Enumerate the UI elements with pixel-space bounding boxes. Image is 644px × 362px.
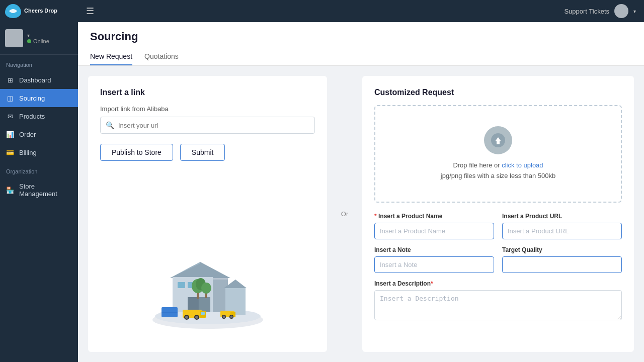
upload-click-link[interactable]: click to upload xyxy=(502,161,543,169)
svg-rect-11 xyxy=(225,287,246,315)
publish-to-store-button[interactable]: Publish to Store xyxy=(100,144,173,161)
logo-icon xyxy=(5,4,21,18)
sidebar: Cheers Drop ▾ Online Navigation ⊞ Dashbo… xyxy=(0,0,78,362)
left-panel: Insert a link Import link from Alibaba 🔍… xyxy=(88,76,327,352)
svg-rect-9 xyxy=(178,282,185,288)
main-area: ☰ Support Tickets ▾ Sourcing New Request… xyxy=(78,0,644,362)
note-input[interactable] xyxy=(374,256,494,273)
card-icon: 💳 xyxy=(6,148,14,156)
sidebar-item-label: Order xyxy=(19,131,36,138)
avatar xyxy=(5,29,23,47)
or-divider: Or xyxy=(337,76,352,352)
chevron-down-icon: ▾ xyxy=(27,33,49,38)
search-icon: 🔍 xyxy=(106,121,114,129)
note-label: Insert a Note xyxy=(374,246,494,253)
right-panel: Customized Request Drop file here or cli… xyxy=(362,76,634,352)
sidebar-item-products[interactable]: ✉ Products xyxy=(0,107,78,125)
sidebar-item-label: Sourcing xyxy=(19,95,45,102)
upload-text: Drop file here or click to upload jpg/pn… xyxy=(441,160,555,182)
page-header: Sourcing New Request Quotations xyxy=(78,22,644,66)
product-url-input[interactable] xyxy=(502,223,622,239)
top-bar-right: Support Tickets ▾ xyxy=(564,4,636,18)
quality-input[interactable]: High Quality xyxy=(502,256,622,273)
chart-icon: 📊 xyxy=(6,130,14,138)
sidebar-item-store-management[interactable]: 🏪 Store Management xyxy=(0,177,78,203)
svg-point-21 xyxy=(185,316,188,319)
product-url-group: Insert a Product URL xyxy=(502,213,622,239)
top-bar: ☰ Support Tickets ▾ xyxy=(78,0,644,22)
sidebar-item-billing[interactable]: 💳 Billing xyxy=(0,143,78,161)
grid-icon: ⊞ xyxy=(6,76,14,84)
nav-section-label: Navigation xyxy=(0,55,78,71)
top-bar-avatar[interactable] xyxy=(614,4,628,18)
upload-label-2: jpg/png files with a size less than 500k… xyxy=(441,172,555,179)
import-label: Import link from Alibaba xyxy=(100,105,315,113)
svg-point-30 xyxy=(222,316,225,318)
sidebar-item-label: Billing xyxy=(19,149,37,156)
svg-point-32 xyxy=(230,316,232,318)
product-name-group: * Insert a Product Name xyxy=(374,213,494,239)
store-icon: 🏪 xyxy=(6,186,14,194)
top-bar-chevron-icon[interactable]: ▾ xyxy=(633,9,636,14)
sidebar-item-dashboard[interactable]: ⊞ Dashboard xyxy=(0,71,78,89)
sidebar-item-label: Dashboard xyxy=(19,76,51,84)
description-required-star: * xyxy=(431,280,433,287)
support-tickets-link[interactable]: Support Tickets xyxy=(564,8,609,15)
tab-quotations[interactable]: Quotations xyxy=(144,48,179,65)
svg-marker-3 xyxy=(170,262,230,278)
form-row-2: Insert a Note Target Quality High Qualit… xyxy=(374,246,622,273)
button-row: Publish to Store Submit xyxy=(100,144,315,161)
url-input[interactable] xyxy=(118,122,309,129)
user-status: Online xyxy=(27,38,49,44)
description-label: Insert a Description* xyxy=(374,280,622,287)
form-row-1: * Insert a Product Name Insert a Product… xyxy=(374,213,622,239)
org-section-label: Organization xyxy=(0,161,78,177)
envelope-icon: ✉ xyxy=(6,112,14,120)
svg-rect-24 xyxy=(201,312,205,315)
layers-icon: ◫ xyxy=(6,94,14,102)
page-title: Sourcing xyxy=(90,30,632,43)
description-textarea[interactable] xyxy=(374,290,622,320)
user-profile[interactable]: ▾ Online xyxy=(0,22,78,55)
required-star: * xyxy=(374,213,378,220)
product-name-input[interactable] xyxy=(374,223,494,239)
upload-area[interactable]: Drop file here or click to upload jpg/pn… xyxy=(374,105,622,203)
left-section-title: Insert a link xyxy=(100,88,315,97)
description-group: Insert a Description* xyxy=(374,280,622,320)
note-group: Insert a Note xyxy=(374,246,494,273)
logo-text: Cheers Drop xyxy=(24,8,57,14)
sidebar-item-label: Store Management xyxy=(19,183,72,198)
upload-label-1: Drop file here or xyxy=(453,161,502,169)
tabs: New Request Quotations xyxy=(90,48,632,65)
sidebar-item-label: Products xyxy=(19,113,45,120)
quality-label: Target Quality xyxy=(502,246,622,253)
panels: Insert a link Import link from Alibaba 🔍… xyxy=(78,66,644,362)
hamburger-icon[interactable]: ☰ xyxy=(86,6,94,17)
sidebar-item-order[interactable]: 📊 Order xyxy=(0,125,78,143)
quality-group: Target Quality High Quality xyxy=(502,246,622,273)
right-section-title: Customized Request xyxy=(374,88,622,97)
product-url-label: Insert a Product URL xyxy=(502,213,622,220)
submit-button[interactable]: Submit xyxy=(180,144,225,161)
user-info: ▾ Online xyxy=(27,33,49,44)
status-dot xyxy=(27,39,31,43)
warehouse-illustration xyxy=(142,232,273,330)
status-label: Online xyxy=(33,38,49,44)
url-input-wrap: 🔍 xyxy=(100,117,315,134)
svg-point-17 xyxy=(201,283,211,294)
product-name-label: * Insert a Product Name xyxy=(374,213,494,220)
illustration xyxy=(100,222,315,340)
upload-icon xyxy=(484,126,512,154)
tab-new-request[interactable]: New Request xyxy=(90,48,132,65)
logo[interactable]: Cheers Drop xyxy=(0,0,78,22)
sidebar-item-sourcing[interactable]: ◫ Sourcing xyxy=(0,89,78,107)
content: Sourcing New Request Quotations Insert a… xyxy=(78,22,644,362)
svg-point-23 xyxy=(195,316,198,319)
